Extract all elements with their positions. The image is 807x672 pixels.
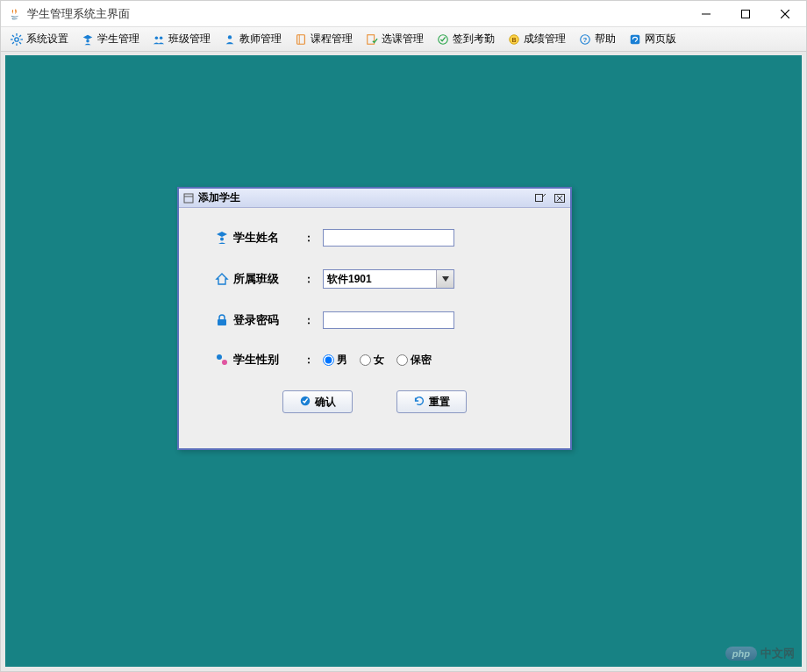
svg-rect-17 [297,34,305,44]
toolbar-item-course[interactable]: 课程管理 [289,30,358,48]
question-icon: ? [578,32,592,46]
row-student-name: 学生姓名： [214,229,535,247]
svg-point-4 [15,37,18,40]
toolbar-label: 选课管理 [382,32,424,46]
main-window: 学生管理系统主界面 系统设置 学生管理 班级管理 [0,0,807,672]
refresh-icon [413,395,425,410]
svg-rect-19 [368,34,375,44]
toolbar-item-student[interactable]: 学生管理 [75,30,145,48]
group-icon [152,32,166,46]
close-button[interactable] [765,1,804,27]
name-label: 学生姓名 [233,230,304,246]
toolbar-item-web[interactable]: 网页版 [623,30,682,48]
toolbar-item-attendance[interactable]: 签到考勤 [431,30,500,48]
toolbar-item-help[interactable]: ? 帮助 [573,30,621,48]
toolbar-label: 成绩管理 [524,32,566,46]
row-password: 登录密码： [214,311,535,329]
svg-line-10 [19,42,21,44]
toolbar-label: 学生管理 [97,32,139,46]
workspace: 添加学生 学生姓名： 所属班级： 软件1901 [1,52,806,671]
row-class: 所属班级： 软件1901 [214,269,535,289]
toolbar-label: 系统设置 [26,32,68,46]
window-icon [182,192,195,204]
svg-point-34 [217,354,222,360]
svg-rect-25 [631,34,640,44]
svg-point-14 [155,36,159,39]
titlebar: 学生管理系统主界面 [1,1,806,27]
toolbar-label: 网页版 [645,32,676,46]
student-icon [214,230,230,246]
svg-line-12 [12,42,14,44]
php-badge: php [725,647,757,661]
svg-text:?: ? [583,35,588,43]
home-icon [214,271,230,287]
toolbar-item-enroll[interactable]: 选课管理 [360,30,429,48]
toolbar: 系统设置 学生管理 班级管理 教师管理 课程管理 选课管理 签到考勤 B 成绩管 [1,27,806,52]
watermark-text: 中文网 [761,646,795,661]
toolbar-item-teacher[interactable]: 教师管理 [218,30,287,48]
window-title: 学生管理系统主界面 [27,6,686,22]
internal-maximize-button[interactable] [533,192,547,204]
name-input[interactable] [323,229,454,247]
class-label: 所属班级 [233,271,304,287]
globe-icon [628,32,642,46]
internal-close-button[interactable] [553,192,567,204]
svg-point-16 [228,35,232,39]
svg-line-11 [19,35,21,37]
confirm-button[interactable]: 确认 [282,390,353,413]
internal-frame-title: 添加学生 [198,190,533,205]
window-controls [686,1,804,27]
book-icon [294,32,308,46]
password-input[interactable] [323,311,454,329]
toolbar-label: 课程管理 [311,32,353,46]
badge-icon: B [507,32,521,46]
svg-point-35 [222,360,227,365]
toolbar-item-grades[interactable]: B 成绩管理 [502,30,571,48]
radio-female[interactable]: 女 [360,353,384,368]
svg-rect-33 [218,319,226,325]
gender-radio-group: 男 女 保密 [323,353,432,368]
gear-icon [10,32,24,46]
student-icon [81,32,95,46]
radio-secret[interactable]: 保密 [396,353,432,368]
svg-point-15 [160,36,163,39]
check-icon [299,395,311,410]
form-body: 学生姓名： 所属班级： 软件1901 登录密码： [179,208,570,422]
minimize-button[interactable] [686,1,725,27]
toolbar-item-system-settings[interactable]: 系统设置 [4,30,74,48]
reset-button[interactable]: 重置 [396,390,467,413]
maximize-button[interactable] [725,1,765,27]
teacher-icon [223,32,237,46]
java-icon [8,7,22,21]
toolbar-label: 帮助 [595,32,616,46]
lock-icon [214,312,230,328]
svg-text:B: B [511,36,516,42]
toolbar-label: 班级管理 [168,32,211,46]
svg-line-9 [12,35,14,37]
class-select-value: 软件1901 [324,270,436,288]
gender-icon [214,352,230,368]
check-circle-icon [436,32,450,46]
radio-male[interactable]: 男 [323,353,347,368]
row-gender: 学生性别： 男 女 保密 [214,352,535,368]
svg-point-13 [86,39,89,43]
svg-rect-28 [536,194,543,201]
reset-label: 重置 [429,395,450,410]
svg-point-32 [220,238,224,241]
toolbar-label: 教师管理 [239,32,282,46]
toolbar-item-class[interactable]: 班级管理 [146,30,216,48]
watermark: php 中文网 [725,646,795,661]
svg-rect-1 [741,10,749,18]
checklist-icon [365,32,379,46]
chevron-down-icon [436,270,453,288]
gender-label: 学生性别 [233,352,304,368]
svg-rect-26 [184,194,193,203]
class-select[interactable]: 软件1901 [323,269,454,289]
button-row: 确认 重置 [214,390,535,413]
internal-frame-titlebar[interactable]: 添加学生 [179,189,570,208]
add-student-frame: 添加学生 学生姓名： 所属班级： 软件1901 [177,187,572,450]
toolbar-label: 签到考勤 [453,32,495,46]
password-label: 登录密码 [233,312,304,328]
confirm-label: 确认 [315,395,336,410]
